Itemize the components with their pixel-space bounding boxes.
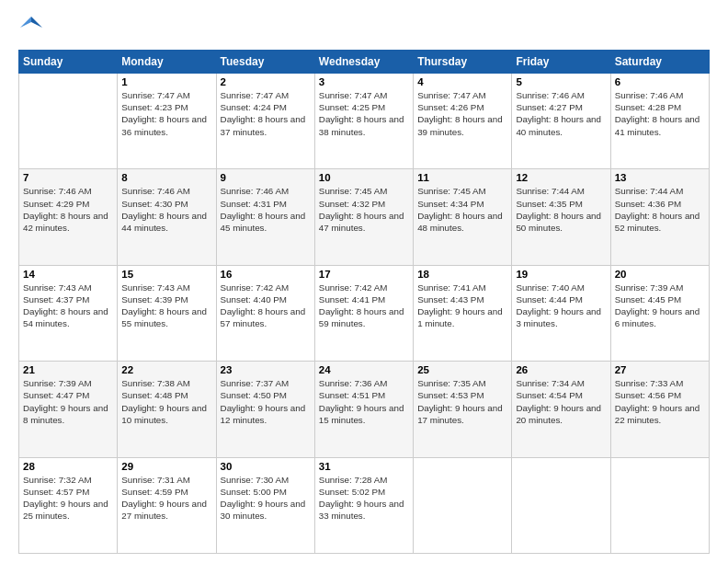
day-info: Sunrise: 7:38 AMSunset: 4:48 PMDaylight:… bbox=[121, 377, 211, 426]
day-info: Sunrise: 7:46 AMSunset: 4:29 PMDaylight:… bbox=[23, 185, 113, 234]
day-number: 3 bbox=[319, 76, 409, 87]
day-number: 21 bbox=[23, 364, 113, 375]
day-number: 28 bbox=[23, 461, 113, 472]
calendar-cell: 18Sunrise: 7:41 AMSunset: 4:43 PMDayligh… bbox=[414, 265, 512, 361]
calendar-cell: 8Sunrise: 7:46 AMSunset: 4:30 PMDaylight… bbox=[118, 169, 216, 265]
day-number: 26 bbox=[516, 364, 606, 375]
weekday-header-saturday: Saturday bbox=[610, 51, 709, 74]
svg-marker-0 bbox=[31, 17, 42, 28]
day-info: Sunrise: 7:39 AMSunset: 4:45 PMDaylight:… bbox=[615, 282, 705, 330]
day-info: Sunrise: 7:42 AMSunset: 4:41 PMDaylight:… bbox=[319, 282, 409, 330]
calendar-cell: 5Sunrise: 7:46 AMSunset: 4:27 PMDaylight… bbox=[512, 74, 610, 169]
day-info: Sunrise: 7:44 AMSunset: 4:35 PMDaylight:… bbox=[516, 185, 606, 234]
calendar-table: SundayMondayTuesdayWednesdayThursdayFrid… bbox=[18, 50, 710, 554]
day-info: Sunrise: 7:43 AMSunset: 4:39 PMDaylight:… bbox=[121, 282, 211, 330]
day-number: 8 bbox=[121, 172, 211, 183]
day-number: 11 bbox=[417, 172, 507, 183]
weekday-header-monday: Monday bbox=[118, 51, 216, 74]
calendar-cell: 1Sunrise: 7:47 AMSunset: 4:23 PMDaylight… bbox=[118, 74, 216, 169]
day-number: 4 bbox=[417, 76, 507, 87]
day-info: Sunrise: 7:43 AMSunset: 4:37 PMDaylight:… bbox=[23, 282, 113, 330]
calendar-cell: 30Sunrise: 7:30 AMSunset: 5:00 PMDayligh… bbox=[216, 457, 314, 553]
day-number: 1 bbox=[121, 76, 211, 87]
weekday-header-tuesday: Tuesday bbox=[216, 51, 314, 74]
day-number: 14 bbox=[23, 269, 113, 280]
day-info: Sunrise: 7:42 AMSunset: 4:40 PMDaylight:… bbox=[221, 282, 311, 330]
calendar-cell bbox=[19, 74, 118, 169]
logo bbox=[18, 15, 48, 40]
day-number: 25 bbox=[417, 364, 507, 375]
calendar-cell: 15Sunrise: 7:43 AMSunset: 4:39 PMDayligh… bbox=[118, 265, 216, 361]
week-row-3: 14Sunrise: 7:43 AMSunset: 4:37 PMDayligh… bbox=[19, 265, 710, 361]
day-number: 6 bbox=[615, 76, 705, 87]
day-info: Sunrise: 7:35 AMSunset: 4:53 PMDaylight:… bbox=[417, 377, 507, 426]
calendar-cell: 28Sunrise: 7:32 AMSunset: 4:57 PMDayligh… bbox=[19, 457, 118, 553]
day-info: Sunrise: 7:36 AMSunset: 4:51 PMDaylight:… bbox=[319, 377, 409, 426]
day-info: Sunrise: 7:46 AMSunset: 4:31 PMDaylight:… bbox=[221, 185, 311, 234]
day-info: Sunrise: 7:45 AMSunset: 4:34 PMDaylight:… bbox=[417, 185, 507, 234]
day-number: 12 bbox=[516, 172, 606, 183]
calendar-cell: 29Sunrise: 7:31 AMSunset: 4:59 PMDayligh… bbox=[118, 457, 216, 553]
calendar-cell: 31Sunrise: 7:28 AMSunset: 5:02 PMDayligh… bbox=[314, 457, 413, 553]
logo-icon bbox=[18, 15, 44, 40]
day-info: Sunrise: 7:40 AMSunset: 4:44 PMDaylight:… bbox=[516, 282, 606, 330]
calendar-cell: 20Sunrise: 7:39 AMSunset: 4:45 PMDayligh… bbox=[610, 265, 709, 361]
day-info: Sunrise: 7:45 AMSunset: 4:32 PMDaylight:… bbox=[319, 185, 409, 234]
day-info: Sunrise: 7:44 AMSunset: 4:36 PMDaylight:… bbox=[615, 185, 705, 234]
calendar-cell bbox=[610, 457, 709, 553]
day-number: 2 bbox=[221, 76, 311, 87]
calendar-cell: 13Sunrise: 7:44 AMSunset: 4:36 PMDayligh… bbox=[610, 169, 709, 265]
day-number: 23 bbox=[221, 364, 311, 375]
day-info: Sunrise: 7:34 AMSunset: 4:54 PMDaylight:… bbox=[516, 377, 606, 426]
day-number: 24 bbox=[319, 364, 409, 375]
calendar-cell: 22Sunrise: 7:38 AMSunset: 4:48 PMDayligh… bbox=[118, 362, 216, 457]
day-number: 5 bbox=[516, 76, 606, 87]
weekday-header-sunday: Sunday bbox=[19, 51, 118, 74]
calendar-cell: 17Sunrise: 7:42 AMSunset: 4:41 PMDayligh… bbox=[314, 265, 413, 361]
weekday-header-row: SundayMondayTuesdayWednesdayThursdayFrid… bbox=[19, 51, 710, 74]
day-number: 15 bbox=[121, 269, 211, 280]
calendar-cell: 10Sunrise: 7:45 AMSunset: 4:32 PMDayligh… bbox=[314, 169, 413, 265]
day-info: Sunrise: 7:47 AMSunset: 4:25 PMDaylight:… bbox=[319, 89, 409, 138]
calendar-cell: 21Sunrise: 7:39 AMSunset: 4:47 PMDayligh… bbox=[19, 362, 118, 457]
calendar-cell: 7Sunrise: 7:46 AMSunset: 4:29 PMDaylight… bbox=[19, 169, 118, 265]
day-info: Sunrise: 7:37 AMSunset: 4:50 PMDaylight:… bbox=[221, 377, 311, 426]
day-number: 29 bbox=[121, 461, 211, 472]
day-number: 31 bbox=[319, 461, 409, 472]
week-row-2: 7Sunrise: 7:46 AMSunset: 4:29 PMDaylight… bbox=[19, 169, 710, 265]
day-number: 16 bbox=[221, 269, 311, 280]
calendar-cell bbox=[414, 457, 512, 553]
day-info: Sunrise: 7:32 AMSunset: 4:57 PMDaylight:… bbox=[23, 474, 113, 523]
day-info: Sunrise: 7:46 AMSunset: 4:27 PMDaylight:… bbox=[516, 89, 606, 138]
day-info: Sunrise: 7:46 AMSunset: 4:28 PMDaylight:… bbox=[615, 89, 705, 138]
page: SundayMondayTuesdayWednesdayThursdayFrid… bbox=[0, 0, 728, 563]
calendar-cell: 11Sunrise: 7:45 AMSunset: 4:34 PMDayligh… bbox=[414, 169, 512, 265]
week-row-5: 28Sunrise: 7:32 AMSunset: 4:57 PMDayligh… bbox=[19, 457, 710, 553]
day-number: 20 bbox=[615, 269, 705, 280]
day-number: 27 bbox=[615, 364, 705, 375]
week-row-1: 1Sunrise: 7:47 AMSunset: 4:23 PMDaylight… bbox=[19, 74, 710, 169]
calendar-cell: 24Sunrise: 7:36 AMSunset: 4:51 PMDayligh… bbox=[314, 362, 413, 457]
day-number: 7 bbox=[23, 172, 113, 183]
day-info: Sunrise: 7:47 AMSunset: 4:26 PMDaylight:… bbox=[417, 89, 507, 138]
day-info: Sunrise: 7:33 AMSunset: 4:56 PMDaylight:… bbox=[615, 377, 705, 426]
weekday-header-friday: Friday bbox=[512, 51, 610, 74]
day-number: 18 bbox=[417, 269, 507, 280]
day-number: 22 bbox=[121, 364, 211, 375]
svg-marker-1 bbox=[20, 17, 31, 28]
day-info: Sunrise: 7:31 AMSunset: 4:59 PMDaylight:… bbox=[121, 474, 211, 523]
calendar-cell: 26Sunrise: 7:34 AMSunset: 4:54 PMDayligh… bbox=[512, 362, 610, 457]
day-info: Sunrise: 7:47 AMSunset: 4:23 PMDaylight:… bbox=[121, 89, 211, 138]
day-number: 13 bbox=[615, 172, 705, 183]
calendar-cell: 14Sunrise: 7:43 AMSunset: 4:37 PMDayligh… bbox=[19, 265, 118, 361]
calendar-cell: 25Sunrise: 7:35 AMSunset: 4:53 PMDayligh… bbox=[414, 362, 512, 457]
calendar-cell bbox=[512, 457, 610, 553]
day-number: 10 bbox=[319, 172, 409, 183]
day-info: Sunrise: 7:41 AMSunset: 4:43 PMDaylight:… bbox=[417, 282, 507, 330]
day-info: Sunrise: 7:30 AMSunset: 5:00 PMDaylight:… bbox=[221, 474, 311, 523]
calendar-cell: 12Sunrise: 7:44 AMSunset: 4:35 PMDayligh… bbox=[512, 169, 610, 265]
day-info: Sunrise: 7:39 AMSunset: 4:47 PMDaylight:… bbox=[23, 377, 113, 426]
day-info: Sunrise: 7:28 AMSunset: 5:02 PMDaylight:… bbox=[319, 474, 409, 523]
calendar-cell: 3Sunrise: 7:47 AMSunset: 4:25 PMDaylight… bbox=[314, 74, 413, 169]
calendar-cell: 2Sunrise: 7:47 AMSunset: 4:24 PMDaylight… bbox=[216, 74, 314, 169]
